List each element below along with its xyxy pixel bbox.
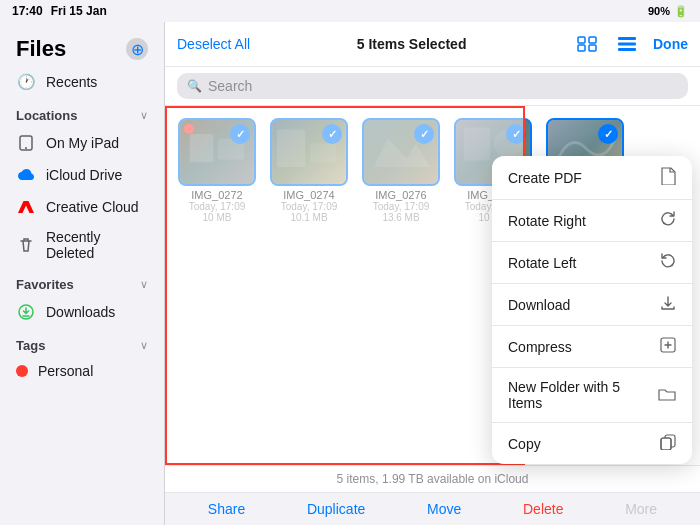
done-button[interactable]: Done [653, 36, 688, 52]
context-menu-rotate-left[interactable]: Rotate Left [492, 242, 692, 284]
trash-icon [16, 235, 36, 255]
rotate-left-icon [660, 253, 676, 272]
recently-deleted-label: Recently Deleted [46, 229, 148, 261]
clock-icon: 🕐 [16, 72, 36, 92]
recents-label: Recents [46, 74, 97, 90]
downloads-icon [16, 302, 36, 322]
icloud-icon [16, 165, 36, 185]
tags-section-header[interactable]: Tags ∨ [0, 334, 164, 357]
status-bar: 17:40 Fri 15 Jan 90% 🔋 [0, 0, 700, 22]
context-menu-rotate-right[interactable]: Rotate Right [492, 200, 692, 242]
sidebar-item-recents[interactable]: 🕐 Recents [0, 66, 164, 98]
svg-rect-3 [578, 37, 585, 43]
battery-icon: 🔋 [674, 5, 688, 18]
bottom-status: 5 items, 1.99 TB available on iCloud [165, 466, 700, 492]
list-view-button[interactable] [613, 30, 641, 58]
sidebar-item-personal[interactable]: Personal [0, 357, 164, 385]
tags-chevron: ∨ [140, 339, 148, 352]
toolbar-left: Deselect All [177, 36, 250, 52]
compress-icon [660, 337, 676, 356]
move-button[interactable]: Move [427, 501, 461, 517]
favorites-section-header[interactable]: Favorites ∨ [0, 273, 164, 296]
svg-rect-9 [618, 48, 636, 51]
svg-point-1 [25, 147, 27, 149]
deselect-all-button[interactable]: Deselect All [177, 36, 250, 52]
svg-rect-7 [618, 37, 636, 40]
sidebar-item-recently-deleted[interactable]: Recently Deleted [0, 223, 164, 267]
sidebar-item-ipad[interactable]: On My iPad [0, 127, 164, 159]
delete-button[interactable]: Delete [523, 501, 563, 517]
svg-rect-23 [661, 438, 671, 450]
context-menu-download[interactable]: Download [492, 284, 692, 326]
context-menu-compress[interactable]: Compress [492, 326, 692, 368]
duplicate-button[interactable]: Duplicate [307, 501, 365, 517]
more-button[interactable]: More [625, 501, 657, 517]
sidebar-item-icloud[interactable]: iCloud Drive [0, 159, 164, 191]
bottom-toolbar: Share Duplicate Move Delete More [165, 492, 700, 525]
view-toggle-button[interactable] [573, 30, 601, 58]
copy-label: Copy [508, 436, 541, 452]
file-grid: ✓ IMG_0272 Today, 17:09 10 MB [165, 106, 700, 465]
locations-title: Locations [16, 108, 77, 123]
context-menu-backdrop [165, 106, 525, 465]
favorites-title: Favorites [16, 277, 74, 292]
rotate-right-icon [660, 211, 676, 230]
app-title: Files [16, 36, 66, 62]
status-right-area: 90% 🔋 [648, 5, 688, 18]
status-day: Fri 15 Jan [51, 4, 107, 18]
svg-rect-6 [589, 45, 596, 51]
svg-rect-4 [589, 37, 596, 43]
personal-label: Personal [38, 363, 93, 379]
share-button[interactable]: Share [208, 501, 245, 517]
sidebar: Files ⊕ 🕐 Recents Locations ∨ [0, 22, 165, 525]
sidebar-item-downloads[interactable]: Downloads [0, 296, 164, 328]
download-icon [660, 295, 676, 314]
status-time: 17:40 [12, 4, 43, 18]
toolbar-right: Done [573, 30, 688, 58]
compress-label: Compress [508, 339, 572, 355]
svg-rect-8 [618, 43, 636, 46]
search-input-wrapper[interactable]: 🔍 [177, 73, 688, 99]
locations-section-header[interactable]: Locations ∨ [0, 104, 164, 127]
ipad-label: On My iPad [46, 135, 119, 151]
selection-count: 5 Items Selected [357, 36, 467, 52]
bottom-area: 5 items, 1.99 TB available on iCloud Sha… [165, 465, 700, 525]
app-container: Files ⊕ 🕐 Recents Locations ∨ [0, 22, 700, 525]
rotate-right-label: Rotate Right [508, 213, 586, 229]
sidebar-header: Files ⊕ [0, 30, 164, 66]
downloads-label: Downloads [46, 304, 115, 320]
sidebar-item-creative-cloud[interactable]: Creative Cloud [0, 191, 164, 223]
search-icon: 🔍 [187, 79, 202, 93]
context-menu-create-pdf[interactable]: Create PDF [492, 156, 692, 200]
new-folder-label: New Folder with 5 Items [508, 379, 658, 411]
creative-cloud-icon [16, 197, 36, 217]
main-content: Deselect All 5 Items Selected [165, 22, 700, 525]
add-icon: ⊕ [131, 40, 144, 59]
personal-dot-icon [16, 365, 28, 377]
favorites-section: Favorites ∨ Downloads [0, 273, 164, 328]
battery-percent: 90% [648, 5, 670, 17]
icloud-label: iCloud Drive [46, 167, 122, 183]
locations-chevron: ∨ [140, 109, 148, 122]
context-menu-copy[interactable]: Copy [492, 423, 692, 464]
locations-section: Locations ∨ On My iPad iCloud [0, 104, 164, 267]
search-bar: 🔍 [165, 67, 700, 106]
new-folder-icon [658, 387, 676, 404]
create-pdf-label: Create PDF [508, 170, 582, 186]
download-label: Download [508, 297, 570, 313]
status-time-area: 17:40 Fri 15 Jan [12, 4, 107, 18]
copy-icon [660, 434, 676, 453]
tags-title: Tags [16, 338, 45, 353]
ipad-icon [16, 133, 36, 153]
svg-rect-5 [578, 45, 585, 51]
search-input[interactable] [208, 78, 678, 94]
create-pdf-icon [660, 167, 676, 188]
context-menu-overlay: Create PDF Rotate Right [165, 106, 700, 465]
toolbar: Deselect All 5 Items Selected [165, 22, 700, 67]
context-menu: Create PDF Rotate Right [492, 156, 692, 464]
favorites-chevron: ∨ [140, 278, 148, 291]
context-menu-new-folder[interactable]: New Folder with 5 Items [492, 368, 692, 423]
rotate-left-label: Rotate Left [508, 255, 577, 271]
creative-cloud-label: Creative Cloud [46, 199, 139, 215]
add-button[interactable]: ⊕ [126, 38, 148, 60]
